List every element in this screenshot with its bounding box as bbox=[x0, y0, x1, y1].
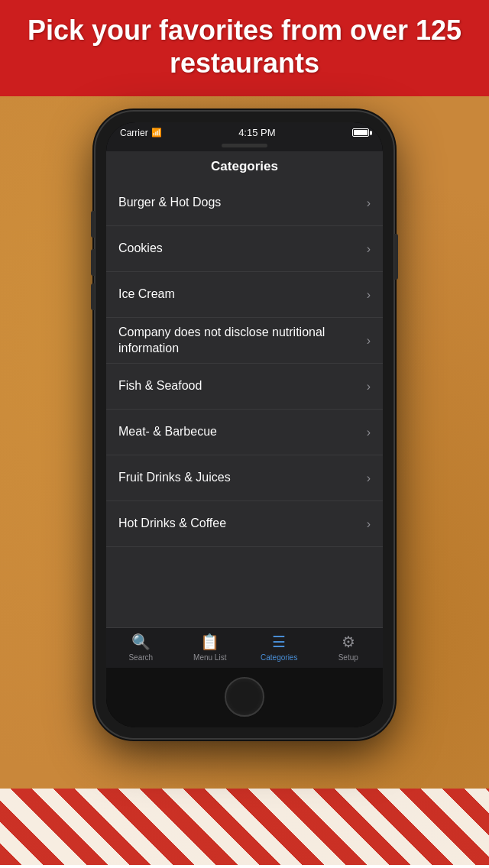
category-item-cookies[interactable]: Cookies › bbox=[106, 226, 383, 272]
wifi-icon: 📶 bbox=[151, 128, 162, 138]
category-label-meat: Meat- & Barbecue bbox=[118, 424, 367, 440]
tab-bar: 🔍 Search 📋 Menu List ☰ Categories ⚙ Setu… bbox=[106, 627, 383, 668]
category-item-ice-cream[interactable]: Ice Cream › bbox=[106, 272, 383, 318]
chevron-icon-fruit-drinks: › bbox=[367, 471, 371, 485]
phone-frame: Carrier 📶 4:15 PM Categories bbox=[96, 112, 393, 738]
category-item-hot-drinks[interactable]: Hot Drinks & Coffee › bbox=[106, 501, 383, 547]
phone-screen: Carrier 📶 4:15 PM Categories bbox=[106, 122, 383, 727]
home-button[interactable] bbox=[225, 677, 264, 717]
tab-icon-search: 🔍 bbox=[131, 633, 151, 651]
tab-search[interactable]: 🔍 Search bbox=[106, 633, 176, 662]
chevron-icon-burgers: › bbox=[367, 196, 371, 210]
category-item-fruit-drinks[interactable]: Fruit Drinks & Juices › bbox=[106, 455, 383, 501]
category-label-fish: Fish & Seafood bbox=[118, 378, 367, 394]
tab-icon-setup: ⚙ bbox=[342, 633, 355, 651]
nav-title: Categories bbox=[211, 159, 278, 173]
tab-categories[interactable]: ☰ Categories bbox=[244, 633, 314, 662]
speaker-area bbox=[106, 141, 383, 151]
tab-label-search: Search bbox=[128, 653, 153, 662]
home-button-area bbox=[106, 668, 383, 727]
tab-icon-menu-list: 📋 bbox=[200, 633, 219, 651]
category-item-fish[interactable]: Fish & Seafood › bbox=[106, 364, 383, 410]
banner-headline: Pick your favorites from over 125 restau… bbox=[23, 14, 466, 79]
chevron-icon-hot-drinks: › bbox=[367, 517, 371, 531]
category-item-meat[interactable]: Meat- & Barbecue › bbox=[106, 410, 383, 455]
status-bar: Carrier 📶 4:15 PM bbox=[106, 122, 383, 141]
carrier-label: Carrier 📶 bbox=[120, 128, 162, 138]
category-label-hot-drinks: Hot Drinks & Coffee bbox=[118, 516, 367, 532]
category-label-no-nutrition: Company does not disclose nutritional in… bbox=[118, 325, 367, 357]
tab-label-menu-list: Menu List bbox=[193, 653, 226, 662]
category-label-ice-cream: Ice Cream bbox=[118, 287, 367, 303]
battery-indicator bbox=[352, 128, 369, 137]
tab-icon-categories: ☰ bbox=[272, 633, 286, 651]
category-item-burgers[interactable]: Burger & Hot Dogs › bbox=[106, 180, 383, 226]
chevron-icon-fish: › bbox=[367, 380, 371, 394]
tab-label-categories: Categories bbox=[261, 653, 297, 662]
chevron-icon-cookies: › bbox=[367, 242, 371, 256]
category-label-cookies: Cookies bbox=[118, 241, 367, 257]
chevron-icon-meat: › bbox=[367, 426, 371, 439]
chevron-icon-ice-cream: › bbox=[367, 288, 371, 302]
navigation-bar: Categories bbox=[106, 151, 383, 180]
category-list: Burger & Hot Dogs › Cookies › Ice Cream … bbox=[106, 180, 383, 627]
speaker-grill bbox=[222, 144, 267, 147]
status-time: 4:15 PM bbox=[238, 127, 275, 138]
top-banner: Pick your favorites from over 125 restau… bbox=[0, 0, 489, 96]
tab-label-setup: Setup bbox=[338, 653, 358, 662]
tab-menu-list[interactable]: 📋 Menu List bbox=[176, 633, 245, 662]
category-label-fruit-drinks: Fruit Drinks & Juices bbox=[118, 470, 367, 486]
chevron-icon-no-nutrition: › bbox=[367, 334, 371, 348]
category-item-no-nutrition[interactable]: Company does not disclose nutritional in… bbox=[106, 318, 383, 364]
category-label-burgers: Burger & Hot Dogs bbox=[118, 195, 367, 211]
tab-setup[interactable]: ⚙ Setup bbox=[314, 633, 384, 662]
scene: Carrier 📶 4:15 PM Categories bbox=[0, 96, 489, 865]
battery-icon bbox=[352, 128, 369, 137]
